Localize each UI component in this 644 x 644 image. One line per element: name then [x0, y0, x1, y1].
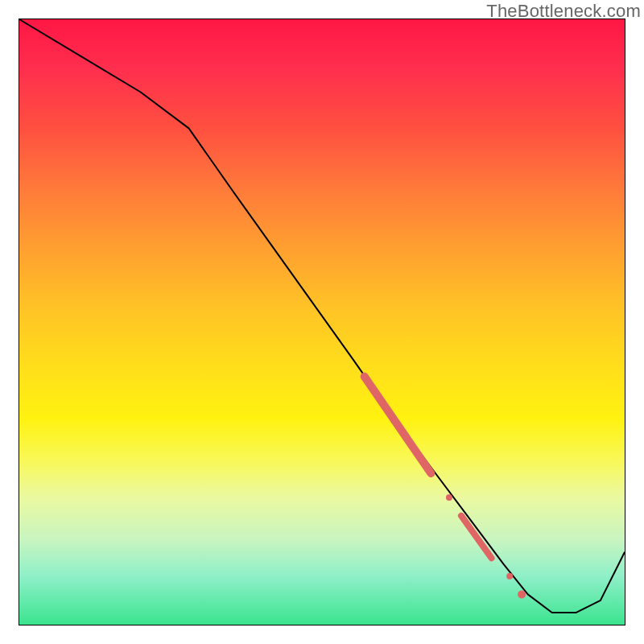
highlight-segment [461, 516, 492, 559]
highlight-dot [506, 573, 513, 580]
highlight-dot [446, 494, 452, 501]
highlight-dot [518, 590, 526, 598]
plot-area [19, 19, 625, 625]
curve-svg [19, 19, 625, 625]
chart-container: TheBottleneck.com [0, 0, 644, 644]
bottleneck-line [19, 19, 625, 613]
highlight-segment [365, 377, 431, 473]
